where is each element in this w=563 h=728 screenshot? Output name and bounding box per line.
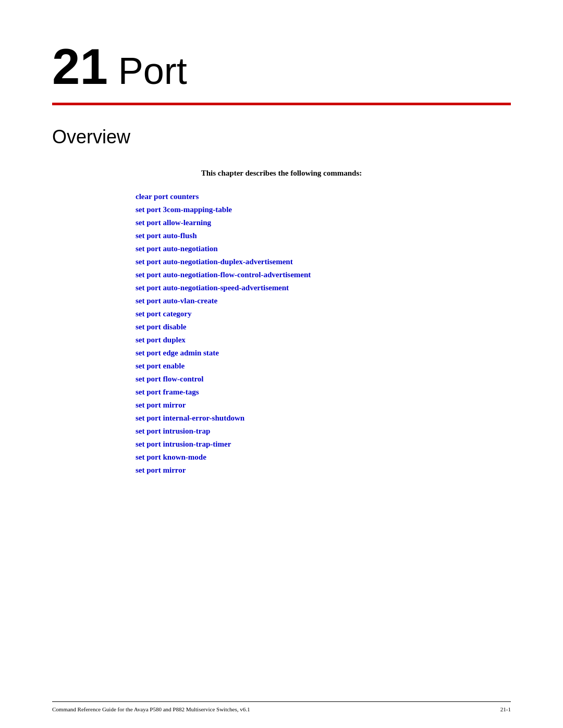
command-link-set-port-flow-control[interactable]: set port flow-control <box>136 375 448 384</box>
page-footer: Command Reference Guide for the Avaya P5… <box>52 701 511 712</box>
command-link-set-port-internal-error-shutdown[interactable]: set port internal-error-shutdown <box>136 414 448 423</box>
footer-page-number: 21-1 <box>500 706 511 712</box>
chapter-title: Port <box>118 50 187 92</box>
command-link-set-port-auto-flush[interactable]: set port auto-flush <box>136 231 448 240</box>
command-link-set-port-auto-negotiation-speed-advertisement[interactable]: set port auto-negotiation-speed-advertis… <box>136 283 448 292</box>
command-link-set-port-intrusion-trap-timer[interactable]: set port intrusion-trap-timer <box>136 440 448 449</box>
command-link-set-port-auto-negotiation-duplex-advertisement[interactable]: set port auto-negotiation-duplex-adverti… <box>136 257 448 266</box>
section-title: Overview <box>52 126 511 148</box>
command-link-set-port-auto-vlan-create[interactable]: set port auto-vlan-create <box>136 297 448 305</box>
command-link-set-port-disable[interactable]: set port disable <box>136 323 448 331</box>
intro-text: This chapter describes the following com… <box>52 169 511 178</box>
command-link-set-port-intrusion-trap[interactable]: set port intrusion-trap <box>136 427 448 436</box>
command-link-set-port-auto-negotiation[interactable]: set port auto-negotiation <box>136 244 448 253</box>
command-link-set-port-3com-mapping-table[interactable]: set port 3com-mapping-table <box>136 205 448 214</box>
command-link-set-port-auto-negotiation-flow-control-advertisement[interactable]: set port auto-negotiation-flow-control-a… <box>136 270 448 279</box>
command-link-set-port-category[interactable]: set port category <box>136 310 448 318</box>
command-link-clear-port-counters[interactable]: clear port counters <box>136 192 448 201</box>
chapter-number: 21 <box>52 42 108 92</box>
command-link-set-port-duplex[interactable]: set port duplex <box>136 336 448 344</box>
red-rule-divider <box>52 103 511 105</box>
command-link-set-port-mirror-2[interactable]: set port mirror <box>136 466 448 475</box>
command-link-set-port-mirror-1[interactable]: set port mirror <box>136 401 448 410</box>
footer-left-text: Command Reference Guide for the Avaya P5… <box>52 706 250 712</box>
command-link-set-port-enable[interactable]: set port enable <box>136 362 448 371</box>
command-link-set-port-edge-admin-state[interactable]: set port edge admin state <box>136 349 448 357</box>
command-link-set-port-allow-learning[interactable]: set port allow-learning <box>136 218 448 227</box>
command-link-set-port-known-mode[interactable]: set port known-mode <box>136 453 448 462</box>
commands-list: clear port countersset port 3com-mapping… <box>73 192 511 475</box>
command-link-set-port-frame-tags[interactable]: set port frame-tags <box>136 388 448 397</box>
chapter-header: 21 Port <box>52 42 511 92</box>
